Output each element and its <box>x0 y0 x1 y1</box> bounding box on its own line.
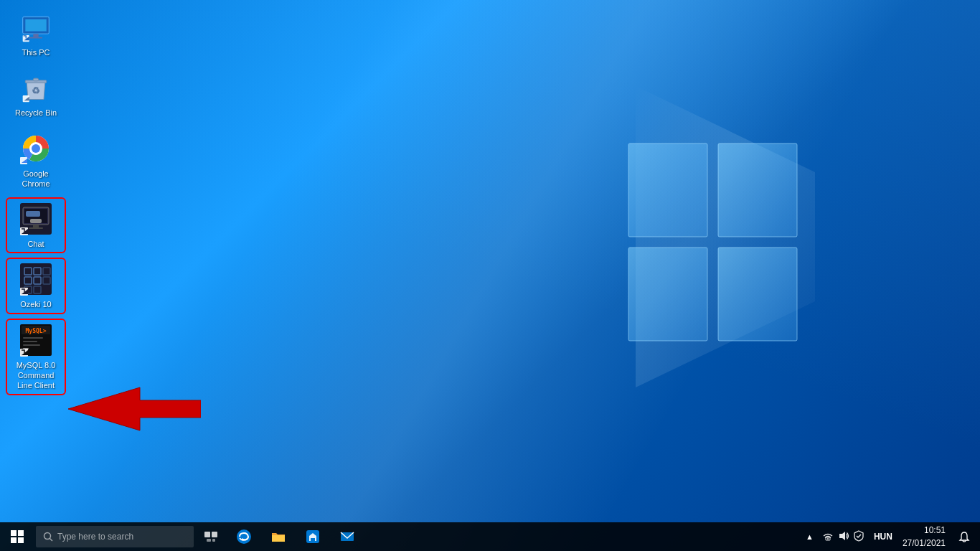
ozeki-icon <box>19 262 53 296</box>
network-tray-icon[interactable] <box>822 530 834 544</box>
svg-rect-48 <box>23 344 40 346</box>
recycle-bin-label: Recycle Bin <box>15 108 57 118</box>
desktop-icon-recycle-bin[interactable]: ♻ Recycle Bin <box>7 67 65 121</box>
svg-rect-60 <box>212 532 217 537</box>
taskbar: Type here to search <box>0 522 980 551</box>
svg-rect-8 <box>25 19 46 32</box>
clock-time: 10:51 <box>924 524 946 537</box>
svg-rect-53 <box>11 530 17 536</box>
desktop-icon-google-chrome[interactable]: Google Chrome <box>7 128 65 192</box>
desktop-icon-this-pc[interactable]: This PC <box>7 7 65 60</box>
svg-rect-26 <box>26 211 40 217</box>
this-pc-icon <box>19 10 53 44</box>
svg-rect-1 <box>628 143 707 237</box>
language-indicator[interactable]: HUN <box>871 532 895 542</box>
taskbar-explorer-button[interactable] <box>261 522 296 551</box>
system-tray: ▲ <box>800 522 980 551</box>
desktop-icon-mysql[interactable]: MySQL> MySQL 8.0 Command Line Client <box>7 320 65 394</box>
svg-rect-46 <box>23 337 43 339</box>
taskbar-mail-button[interactable] <box>330 522 364 551</box>
svg-marker-70 <box>839 532 845 540</box>
svg-rect-9 <box>33 34 38 37</box>
svg-rect-47 <box>23 341 37 342</box>
svg-rect-3 <box>628 248 707 341</box>
volume-tray-icon[interactable] <box>838 530 849 544</box>
svg-rect-61 <box>207 539 211 542</box>
windows-logo-decoration <box>614 86 815 387</box>
desktop-icon-chat[interactable]: Chat <box>7 199 65 252</box>
security-tray-icon[interactable] <box>854 530 864 544</box>
this-pc-label: This PC <box>22 47 50 57</box>
svg-text:MySQL>: MySQL> <box>26 328 47 334</box>
svg-point-57 <box>44 533 51 540</box>
svg-rect-10 <box>29 37 42 39</box>
google-chrome-label: Google Chrome <box>10 169 62 189</box>
svg-line-58 <box>50 539 53 542</box>
svg-rect-14 <box>33 78 38 81</box>
arrow-annotation <box>68 380 201 438</box>
start-button[interactable] <box>0 522 34 551</box>
svg-text:♻: ♻ <box>32 85 40 96</box>
taskbar-apps <box>227 522 800 551</box>
svg-rect-64 <box>272 535 285 542</box>
svg-rect-4 <box>718 248 797 341</box>
svg-rect-29 <box>29 227 43 229</box>
svg-rect-27 <box>30 219 42 223</box>
taskbar-store-button[interactable] <box>296 522 330 551</box>
chat-label: Chat <box>27 239 44 249</box>
taskbar-edge-button[interactable] <box>227 522 261 551</box>
clock-date: 27/01/2021 <box>903 537 946 550</box>
desktop-icon-ozeki[interactable]: Ozeki 10 <box>7 259 65 312</box>
tray-overflow-button[interactable]: ▲ <box>804 532 815 541</box>
google-chrome-icon <box>19 131 53 166</box>
task-view-button[interactable] <box>195 522 227 551</box>
recycle-bin-icon: ♻ <box>19 70 53 105</box>
ozeki-label: Ozeki 10 <box>20 299 51 309</box>
taskbar-search[interactable]: Type here to search <box>36 526 194 547</box>
notification-button[interactable] <box>953 522 976 551</box>
svg-rect-62 <box>212 539 215 542</box>
search-placeholder: Type here to search <box>57 532 133 542</box>
chat-icon <box>19 202 53 236</box>
svg-rect-2 <box>718 143 797 237</box>
svg-rect-55 <box>11 537 17 543</box>
svg-rect-54 <box>18 530 24 536</box>
mysql-icon: MySQL> <box>19 323 53 357</box>
mysql-label: MySQL 8.0 Command Line Client <box>10 360 62 391</box>
desktop-icons-container: This PC ♻ Recycle Bin <box>7 7 65 394</box>
svg-rect-56 <box>18 537 24 543</box>
svg-point-69 <box>827 538 829 540</box>
svg-point-20 <box>32 144 40 153</box>
tray-icons <box>816 530 870 544</box>
svg-rect-66 <box>311 538 315 541</box>
svg-marker-52 <box>68 387 201 430</box>
clock[interactable]: 10:51 27/01/2021 <box>897 524 951 550</box>
desktop: This PC ♻ Recycle Bin <box>0 0 980 551</box>
svg-rect-28 <box>33 225 39 227</box>
svg-rect-59 <box>204 532 210 537</box>
